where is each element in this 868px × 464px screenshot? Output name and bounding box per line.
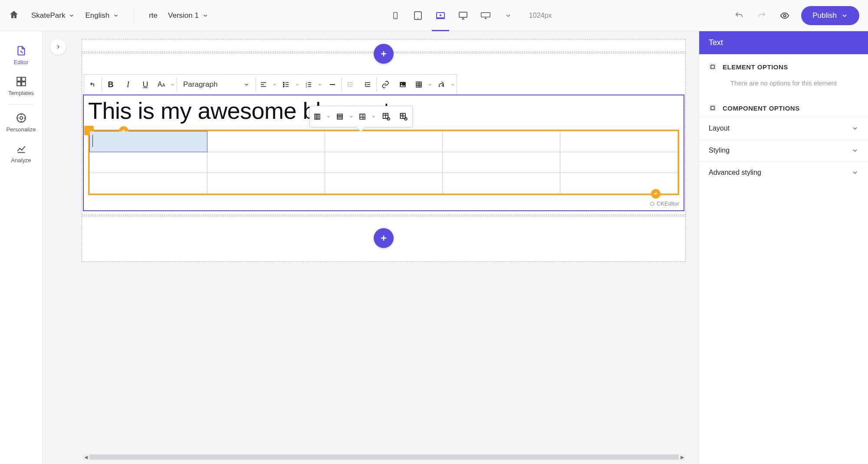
bullet-list-button[interactable] bbox=[279, 76, 301, 93]
decrease-indent-button[interactable] bbox=[342, 76, 359, 93]
scroll-left-button[interactable]: ◀ bbox=[82, 454, 89, 461]
device-mobile-button[interactable] bbox=[390, 10, 401, 21]
table-cell[interactable] bbox=[325, 131, 443, 152]
chevron-down-icon bbox=[505, 12, 512, 19]
device-more-button[interactable] bbox=[503, 10, 513, 21]
table-cell[interactable] bbox=[325, 173, 443, 194]
table[interactable] bbox=[89, 131, 678, 194]
table-cell[interactable] bbox=[443, 131, 560, 152]
site-dropdown[interactable]: SkatePark bbox=[31, 11, 75, 20]
content-area[interactable]: This is my awesome blogpost bbox=[84, 95, 684, 199]
table-cell[interactable] bbox=[90, 152, 207, 173]
chevron-down-icon bbox=[841, 12, 848, 19]
scroll-thumb[interactable] bbox=[89, 454, 679, 460]
option-layout[interactable]: Layout bbox=[699, 117, 868, 139]
device-tablet-button[interactable] bbox=[413, 10, 423, 21]
component-options-icon bbox=[709, 104, 717, 112]
table-cell[interactable] bbox=[443, 173, 560, 194]
heading-dropdown[interactable]: Paragraph bbox=[177, 80, 256, 89]
preview-button[interactable] bbox=[779, 11, 790, 20]
table-cell[interactable] bbox=[325, 152, 443, 173]
table-row bbox=[90, 152, 678, 173]
table-cell[interactable] bbox=[560, 131, 678, 152]
link-button[interactable] bbox=[377, 76, 394, 93]
chevron-down-icon bbox=[202, 13, 208, 19]
scroll-right-button[interactable]: ▶ bbox=[679, 454, 686, 461]
text-block[interactable]: This is my awesome blogpost bbox=[83, 95, 684, 211]
outdent-paragraph-button[interactable] bbox=[84, 76, 102, 93]
table-balloon-toolbar bbox=[309, 106, 413, 127]
text-caret bbox=[92, 135, 93, 147]
device-laptop-button[interactable] bbox=[435, 10, 446, 21]
device-wide-button[interactable] bbox=[480, 10, 491, 21]
right-panel: Text ELEMENT OPTIONS There are no option… bbox=[699, 31, 868, 464]
rte-toolbar: B I U AA Paragraph bbox=[84, 74, 457, 95]
table-properties-button[interactable] bbox=[378, 108, 395, 125]
italic-button[interactable]: I bbox=[119, 76, 137, 93]
image-button[interactable] bbox=[394, 76, 411, 93]
chevron-down-icon bbox=[273, 82, 277, 87]
publish-button[interactable]: Publish bbox=[801, 6, 859, 25]
laptop-star-icon bbox=[435, 10, 446, 21]
table-cell[interactable] bbox=[90, 131, 207, 152]
main-canvas: B I U AA Paragraph bbox=[43, 31, 699, 464]
svg-text:3: 3 bbox=[306, 85, 307, 88]
tablet-icon bbox=[413, 10, 423, 21]
indent-icon bbox=[364, 81, 372, 88]
sidebar-item-personalize[interactable]: Personalize bbox=[0, 107, 42, 138]
table-handle-bottom[interactable] bbox=[651, 189, 661, 199]
table-widget[interactable] bbox=[88, 130, 679, 195]
horizontal-rule-button[interactable] bbox=[324, 76, 341, 93]
align-button[interactable] bbox=[256, 76, 279, 93]
device-desktop-button[interactable] bbox=[458, 10, 468, 21]
table-merge-button[interactable] bbox=[355, 108, 378, 125]
device-switcher: 1024px bbox=[217, 10, 725, 21]
table-cell[interactable] bbox=[560, 173, 678, 194]
svg-rect-9 bbox=[481, 13, 490, 17]
font-size-button[interactable]: AA bbox=[154, 76, 177, 93]
element-options-empty: There are no options for this element bbox=[699, 76, 868, 95]
option-styling[interactable]: Styling bbox=[699, 139, 868, 161]
table-row-button[interactable] bbox=[332, 108, 355, 125]
special-char-button[interactable] bbox=[434, 76, 457, 93]
personalize-icon bbox=[16, 112, 27, 124]
table-cell[interactable] bbox=[90, 173, 207, 194]
svg-rect-14 bbox=[22, 77, 26, 81]
increase-indent-button[interactable] bbox=[359, 76, 376, 93]
sidebar-item-editor[interactable]: Editor bbox=[0, 40, 42, 71]
sidebar-item-analyze[interactable]: Analyze bbox=[0, 138, 42, 169]
table-cell[interactable] bbox=[560, 152, 678, 173]
svg-rect-13 bbox=[17, 77, 21, 81]
add-block-top-button[interactable] bbox=[374, 44, 394, 64]
add-block-bottom-button[interactable] bbox=[374, 228, 394, 248]
home-button[interactable] bbox=[9, 10, 21, 22]
table-cell[interactable] bbox=[207, 152, 325, 173]
table-column-button[interactable] bbox=[310, 108, 332, 125]
element-options-heading: ELEMENT OPTIONS bbox=[699, 54, 868, 76]
scroll-track[interactable] bbox=[89, 454, 679, 460]
table-cell[interactable] bbox=[207, 131, 325, 152]
option-advanced-styling[interactable]: Advanced styling bbox=[699, 161, 868, 183]
table-cell[interactable] bbox=[207, 173, 325, 194]
svg-rect-66 bbox=[360, 114, 363, 118]
bold-button[interactable]: B bbox=[102, 76, 119, 93]
svg-marker-78 bbox=[651, 202, 654, 206]
chevron-down-icon bbox=[852, 147, 858, 154]
expand-sidebar-button[interactable] bbox=[50, 39, 66, 55]
cell-properties-button[interactable] bbox=[395, 108, 412, 125]
editor-icon bbox=[16, 45, 27, 56]
image-icon bbox=[399, 81, 407, 88]
redo-button[interactable] bbox=[756, 11, 767, 20]
horizontal-scrollbar[interactable]: ◀ ▶ bbox=[82, 454, 686, 461]
chevron-down-icon bbox=[372, 114, 376, 119]
language-dropdown[interactable]: English bbox=[85, 11, 119, 20]
undo-button[interactable] bbox=[733, 11, 745, 20]
sidebar-item-templates[interactable]: Templates bbox=[0, 71, 42, 101]
version-dropdown[interactable]: Version 1 bbox=[168, 11, 208, 20]
desktop-icon bbox=[458, 10, 468, 21]
underline-button[interactable]: U bbox=[137, 76, 154, 93]
numbered-list-button[interactable]: 123 bbox=[301, 76, 324, 93]
svg-point-30 bbox=[283, 84, 284, 85]
table-button[interactable] bbox=[411, 76, 434, 93]
table-cell[interactable] bbox=[443, 152, 560, 173]
